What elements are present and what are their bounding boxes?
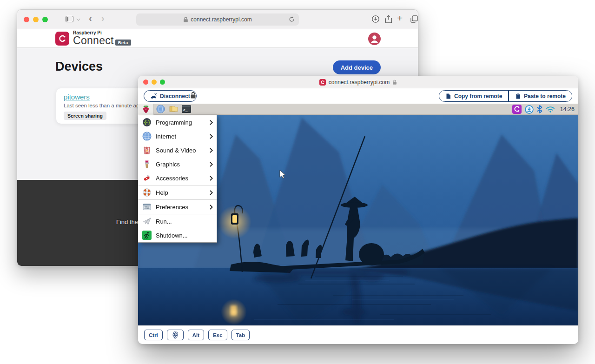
- esc-key-button[interactable]: Esc: [208, 330, 227, 340]
- submenu-chevron-icon: [210, 190, 213, 195]
- application-menu: {} Programming Internet Sound & Video Gr…: [138, 115, 217, 243]
- submenu-chevron-icon: [210, 120, 213, 125]
- shutdown-icon: [142, 231, 152, 240]
- site-header: Raspberry Pi ConnectBeta: [17, 29, 418, 48]
- menu-item-shutdown[interactable]: Shutdown...: [138, 228, 217, 242]
- virtual-key-bar: Ctrl Alt Esc Tab: [138, 325, 578, 344]
- run-icon: [142, 217, 152, 226]
- lock-icon: [183, 17, 188, 23]
- programming-icon: {}: [142, 118, 152, 127]
- file-manager-button[interactable]: [167, 104, 180, 115]
- clock: 14:26: [560, 106, 575, 113]
- sidebar-toggle-icon[interactable]: [66, 16, 73, 22]
- ctrl-key-button[interactable]: Ctrl: [144, 330, 163, 340]
- remote-session-window: connect.raspberrypi.com Disconnect Copy …: [138, 76, 578, 344]
- menu-item-sound-video[interactable]: Sound & Video: [138, 143, 217, 157]
- brand-text: Raspberry Pi ConnectBeta: [73, 31, 131, 46]
- address-bar[interactable]: connect.raspberrypi.com: [136, 13, 299, 26]
- menu-item-graphics[interactable]: Graphics: [138, 157, 217, 171]
- downloads-icon[interactable]: [371, 15, 380, 23]
- raspberry-key-button[interactable]: [167, 330, 184, 340]
- copy-label: Copy from remote: [454, 93, 502, 99]
- device-name-link[interactable]: pitowers: [64, 93, 90, 101]
- bluetooth-icon[interactable]: [537, 105, 542, 113]
- disconnect-label: Disconnect: [160, 93, 190, 99]
- paste-to-remote-button[interactable]: Paste to remote: [509, 91, 572, 101]
- page-title: Devices: [55, 60, 103, 74]
- remote-titlebar-url: connect.raspberrypi.com: [329, 79, 390, 86]
- graphics-icon: [142, 159, 152, 169]
- refresh-icon[interactable]: [288, 16, 295, 23]
- menu-item-internet[interactable]: Internet: [138, 129, 217, 143]
- system-tray: 14:26: [512, 104, 575, 115]
- forward-button[interactable]: ›: [101, 13, 105, 24]
- tab-key-button[interactable]: Tab: [231, 330, 250, 340]
- disconnect-button[interactable]: Disconnect: [144, 90, 197, 102]
- new-tab-icon[interactable]: +: [397, 13, 403, 24]
- connect-favicon: [319, 79, 326, 86]
- remote-titlebar: connect.raspberrypi.com: [138, 76, 578, 88]
- back-button[interactable]: ‹: [89, 13, 92, 24]
- zoom-button[interactable]: [42, 17, 48, 22]
- pi-taskbar: >_ 14:26: [138, 104, 578, 115]
- share-icon[interactable]: [384, 15, 393, 24]
- account-avatar[interactable]: [368, 33, 381, 45]
- sound-video-icon: [142, 146, 152, 155]
- raspberry-key-icon: [172, 331, 179, 339]
- close-button[interactable]: [24, 17, 29, 22]
- raspberry-pi-connect-logo: [55, 32, 69, 46]
- beta-badge: Beta: [115, 40, 131, 46]
- help-icon: [142, 188, 152, 197]
- software-updater-icon[interactable]: [525, 105, 534, 114]
- minimize-button[interactable]: [33, 17, 39, 22]
- copy-from-remote-button[interactable]: Copy from remote: [439, 91, 508, 101]
- add-device-button[interactable]: Add device: [333, 60, 381, 74]
- raspberry-menu-icon: [142, 105, 150, 113]
- session-lock-icon: [190, 92, 196, 99]
- menu-item-help[interactable]: Help: [138, 185, 217, 199]
- submenu-chevron-icon: [210, 205, 213, 210]
- submenu-chevron-icon: [210, 176, 213, 181]
- submenu-chevron-icon: [210, 148, 213, 153]
- brand-connect: Connect: [73, 35, 114, 46]
- paste-icon: [515, 93, 521, 99]
- web-browser-button[interactable]: [154, 104, 167, 115]
- web-browser-icon: [156, 105, 165, 113]
- lock-icon: [392, 79, 397, 85]
- menu-item-programming[interactable]: {} Programming: [138, 115, 217, 129]
- raspberry-menu-button[interactable]: [138, 104, 154, 115]
- browser-toolbar: ‹ › connect.raspberrypi.com +: [17, 10, 418, 29]
- accessories-icon: [142, 173, 152, 183]
- svg-text:}: }: [148, 119, 151, 126]
- screen-sharing-badge: Screen sharing: [64, 112, 106, 120]
- internet-icon: [142, 132, 152, 141]
- address-url: connect.raspberrypi.com: [191, 16, 251, 23]
- svg-text:>_: >_: [183, 108, 188, 112]
- preferences-icon: [142, 202, 152, 212]
- disconnect-phone-icon: [150, 93, 157, 99]
- session-toolbar: Disconnect Copy from remote Paste to rem…: [138, 88, 578, 104]
- chevron-down-icon[interactable]: [77, 17, 80, 21]
- raspberry-pi-connect-tray-icon[interactable]: [512, 105, 522, 114]
- menu-item-preferences[interactable]: Preferences: [138, 200, 217, 214]
- menu-item-run[interactable]: Run...: [138, 214, 217, 228]
- alt-key-button[interactable]: Alt: [188, 330, 204, 340]
- submenu-chevron-icon: [210, 162, 213, 167]
- submenu-chevron-icon: [210, 134, 213, 139]
- wifi-icon[interactable]: [546, 106, 555, 113]
- copy-icon: [445, 93, 451, 99]
- menu-item-accessories[interactable]: Accessories: [138, 171, 217, 185]
- file-manager-icon: [169, 105, 178, 113]
- tab-overview-icon[interactable]: [410, 15, 418, 23]
- terminal-button[interactable]: >_: [180, 104, 193, 115]
- paste-label: Paste to remote: [524, 93, 566, 99]
- clipboard-button-group: Copy from remote Paste to remote: [439, 90, 572, 102]
- promo-text: Find the: [116, 218, 138, 225]
- terminal-icon: >_: [182, 105, 191, 113]
